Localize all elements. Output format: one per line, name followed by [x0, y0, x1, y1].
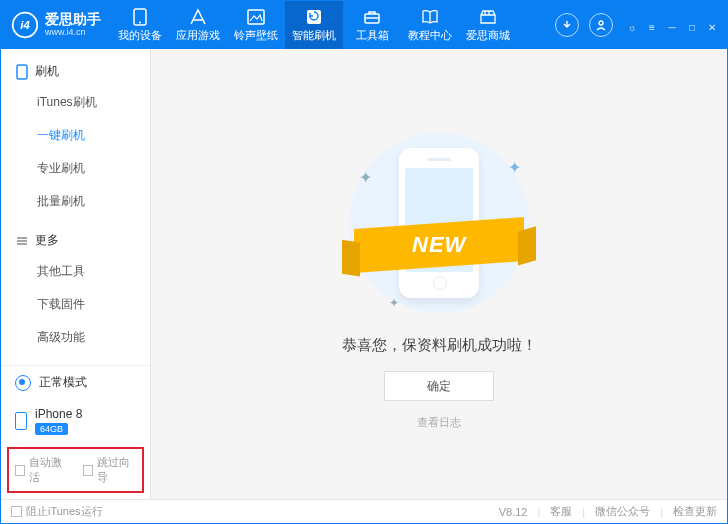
sidebar-item-pro-flash[interactable]: 专业刷机	[1, 152, 150, 185]
success-illustration: ✦ ✦ ✦ NEW	[339, 128, 539, 318]
sidebar: 刷机 iTunes刷机 一键刷机 专业刷机 批量刷机 更多 其他工具 下	[1, 49, 151, 499]
svg-rect-8	[17, 65, 27, 79]
logo-icon: i4	[11, 11, 39, 39]
brand-url: www.i4.cn	[45, 28, 101, 38]
image-icon	[247, 8, 265, 26]
user-icon[interactable]	[589, 13, 613, 37]
nav-label: 应用游戏	[176, 28, 220, 43]
sidebar-item-advanced[interactable]: 高级功能	[1, 321, 150, 354]
status-right: V8.12 | 客服 | 微信公众号 | 检查更新	[499, 504, 717, 519]
svg-rect-4	[248, 10, 264, 24]
nav-label: 铃声壁纸	[234, 28, 278, 43]
svg-text:i4: i4	[20, 19, 30, 31]
sidebar-title-flash[interactable]: 刷机	[1, 57, 150, 86]
sparkle-icon: ✦	[389, 296, 399, 310]
body: 刷机 iTunes刷机 一键刷机 专业刷机 批量刷机 更多 其他工具 下	[1, 49, 727, 499]
support-link[interactable]: 客服	[550, 504, 572, 519]
phone-outline-icon	[15, 65, 29, 79]
checkbox-icon	[15, 465, 25, 476]
phone-icon	[131, 8, 149, 26]
nav-toolbox[interactable]: 工具箱	[343, 1, 401, 49]
sidebar-bottom: 正常模式 iPhone 8 64GB 自动激活	[1, 365, 150, 499]
sidebar-item-oneclick-flash[interactable]: 一键刷机	[1, 119, 150, 152]
device-name: iPhone 8	[35, 407, 82, 421]
separator: |	[582, 506, 585, 518]
update-link[interactable]: 检查更新	[673, 504, 717, 519]
nav-ringtones[interactable]: 铃声壁纸	[227, 1, 285, 49]
logo[interactable]: i4 爱思助手 www.i4.cn	[1, 11, 111, 39]
apps-icon	[189, 8, 207, 26]
main-panel: ✦ ✦ ✦ NEW 恭喜您，保资料刷机成功啦！ 确定 查看日志	[151, 49, 727, 499]
device-mode[interactable]: 正常模式	[1, 366, 150, 399]
sidebar-item-other-tools[interactable]: 其他工具	[1, 255, 150, 288]
nav-tutorials[interactable]: 教程中心	[401, 1, 459, 49]
success-message: 恭喜您，保资料刷机成功啦！	[342, 336, 537, 355]
sidebar-item-itunes-flash[interactable]: iTunes刷机	[1, 86, 150, 119]
skin-icon[interactable]: ☼	[625, 20, 639, 34]
ok-button[interactable]: 确定	[384, 371, 494, 401]
mode-label: 正常模式	[39, 374, 87, 391]
svg-point-7	[599, 21, 603, 25]
maximize-icon[interactable]: □	[685, 20, 699, 34]
sidebar-title-more[interactable]: 更多	[1, 226, 150, 255]
wechat-link[interactable]: 微信公众号	[595, 504, 650, 519]
checkbox-icon	[83, 465, 93, 476]
title-bar: i4 爱思助手 www.i4.cn 我的设备 应用游戏	[1, 1, 727, 49]
sparkle-icon: ✦	[359, 168, 372, 187]
refresh-icon	[305, 8, 323, 26]
sparkle-icon: ✦	[508, 158, 521, 177]
top-nav: 我的设备 应用游戏 铃声壁纸 智能刷机	[111, 1, 543, 49]
menu-icon[interactable]: ≡	[645, 20, 659, 34]
window-controls: ☼ ≡ ─ □ ✕	[625, 16, 727, 34]
sidebar-title-label: 更多	[35, 232, 59, 249]
sidebar-group-more: 更多 其他工具 下载固件 高级功能	[1, 226, 150, 354]
checkbox-icon	[11, 506, 22, 517]
check-label: 阻止iTunes运行	[26, 504, 103, 519]
nav-label: 智能刷机	[292, 28, 336, 43]
book-icon	[421, 8, 439, 26]
highlighted-checks: 自动激活 跳过向导	[7, 447, 144, 493]
nav-my-device[interactable]: 我的设备	[111, 1, 169, 49]
version-label: V8.12	[499, 506, 528, 518]
brand-name: 爱思助手	[45, 12, 101, 27]
header-right	[543, 13, 625, 37]
nav-label: 我的设备	[118, 28, 162, 43]
minimize-icon[interactable]: ─	[665, 20, 679, 34]
close-icon[interactable]: ✕	[705, 20, 719, 34]
svg-point-3	[139, 21, 141, 23]
download-icon[interactable]	[555, 13, 579, 37]
check-auto-activate[interactable]: 自动激活	[15, 455, 69, 485]
sidebar-item-download-firmware[interactable]: 下载固件	[1, 288, 150, 321]
nav-label: 爱思商城	[466, 28, 510, 43]
sidebar-group-flash: 刷机 iTunes刷机 一键刷机 专业刷机 批量刷机	[1, 57, 150, 218]
check-label: 跳过向导	[97, 455, 136, 485]
nav-store[interactable]: 爱思商城	[459, 1, 517, 49]
nav-label: 工具箱	[356, 28, 389, 43]
list-icon	[15, 234, 29, 248]
device-info[interactable]: iPhone 8 64GB	[1, 399, 150, 443]
mode-dot-icon	[15, 375, 31, 391]
sidebar-title-label: 刷机	[35, 63, 59, 80]
store-icon	[479, 8, 497, 26]
check-label: 自动激活	[29, 455, 68, 485]
nav-flash[interactable]: 智能刷机	[285, 1, 343, 49]
check-prevent-itunes[interactable]: 阻止iTunes运行	[11, 504, 103, 519]
separator: |	[660, 506, 663, 518]
device-phone-icon	[15, 412, 27, 430]
storage-badge: 64GB	[35, 423, 68, 435]
toolbox-icon	[363, 8, 381, 26]
nav-label: 教程中心	[408, 28, 452, 43]
sidebar-item-batch-flash[interactable]: 批量刷机	[1, 185, 150, 218]
ribbon-text: NEW	[412, 232, 466, 258]
nav-apps[interactable]: 应用游戏	[169, 1, 227, 49]
separator: |	[537, 506, 540, 518]
app-window: i4 爱思助手 www.i4.cn 我的设备 应用游戏	[0, 0, 728, 524]
view-log-link[interactable]: 查看日志	[417, 415, 461, 430]
check-skip-wizard[interactable]: 跳过向导	[83, 455, 137, 485]
status-bar: 阻止iTunes运行 V8.12 | 客服 | 微信公众号 | 检查更新	[1, 499, 727, 523]
